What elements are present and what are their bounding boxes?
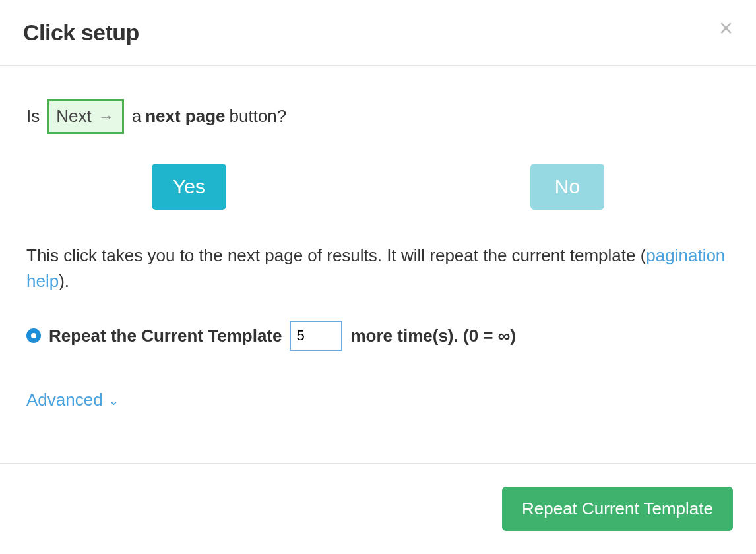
advanced-label: Advanced <box>26 387 103 413</box>
repeat-label-after: more time(s). (0 = ∞) <box>350 323 515 349</box>
repeat-count-input[interactable] <box>290 321 342 351</box>
question-row: Is Next → a next page button? <box>26 99 730 134</box>
advanced-toggle[interactable]: Advanced ⌄ <box>26 387 119 413</box>
repeat-radio[interactable] <box>26 328 41 343</box>
question-bold: next page <box>145 104 225 129</box>
click-setup-modal: Click setup × Is Next → a next page butt… <box>0 0 756 554</box>
modal-title: Click setup <box>23 20 139 46</box>
description-text: This click takes you to the next page of… <box>26 243 730 294</box>
next-button-preview: Next → <box>47 99 123 134</box>
desc-part1: This click takes you to the next page of… <box>26 245 646 265</box>
question-prefix: Is <box>26 104 40 129</box>
close-icon[interactable]: × <box>719 16 733 40</box>
question-mid-a: a <box>132 104 141 129</box>
yes-button[interactable]: Yes <box>152 164 226 210</box>
preview-text: Next <box>56 104 91 129</box>
yes-no-row: Yes No <box>26 164 730 210</box>
modal-footer: Repeat Current Template <box>0 463 756 554</box>
repeat-template-row: Repeat the Current Template more time(s)… <box>26 321 730 351</box>
question-suffix: button? <box>230 104 287 129</box>
repeat-label-before: Repeat the Current Template <box>49 323 282 349</box>
modal-body: Is Next → a next page button? Yes No Thi… <box>0 66 756 463</box>
chevron-down-icon: ⌄ <box>108 390 119 410</box>
modal-header: Click setup × <box>0 0 756 66</box>
desc-part2: ). <box>59 271 69 291</box>
repeat-current-template-button[interactable]: Repeat Current Template <box>502 487 733 531</box>
no-button[interactable]: No <box>530 164 604 210</box>
arrow-right-icon: → <box>98 105 114 129</box>
